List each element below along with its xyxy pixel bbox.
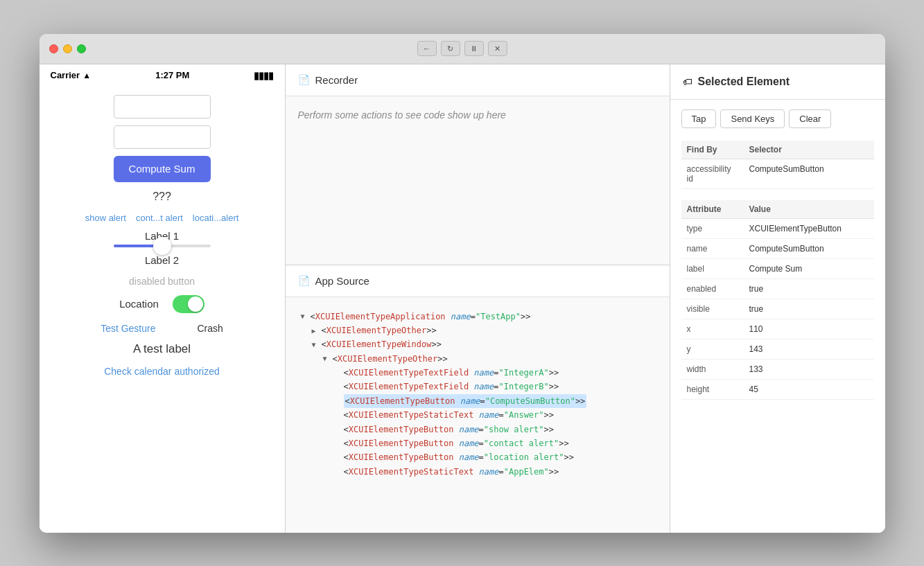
label1-section: Label 1 bbox=[51, 230, 274, 247]
calendar-link[interactable]: Check calendar authorized bbox=[104, 366, 220, 377]
middle-panel: 📄 Recorder Perform some actions to see c… bbox=[286, 64, 670, 533]
tree-node-content: <XCUIElementTypeButton name="contact ale… bbox=[344, 436, 569, 450]
recorder-icon: 📄 bbox=[298, 74, 310, 85]
attribute-row: y143 bbox=[681, 339, 874, 359]
maximize-traffic-light[interactable] bbox=[77, 44, 86, 53]
alert-links: show alert cont...t alert locati...alert bbox=[85, 213, 239, 223]
tree-line[interactable]: ▶<XCUIElementTypeOther>> bbox=[298, 324, 657, 337]
find-by-row: accessibility idComputeSumButton bbox=[681, 159, 874, 188]
tree-node-content: <XCUIElementTypeTextField name="IntegerA… bbox=[344, 366, 559, 380]
crash-link[interactable]: Crash bbox=[198, 323, 223, 334]
tree-line[interactable]: <XCUIElementTypeButton name="ComputeSumB… bbox=[298, 394, 657, 408]
attribute-name-cell: visible bbox=[681, 299, 744, 319]
find-by-table: Find By Selector accessibility idCompute… bbox=[681, 141, 874, 189]
battery-icon: ▮▮▮▮ bbox=[254, 70, 273, 81]
gesture-crash-row: Test Gesture Crash bbox=[101, 323, 223, 334]
attribute-value-cell: ComputeSumButton bbox=[744, 238, 874, 258]
location-row: Location bbox=[119, 295, 204, 313]
tree-node-content: <XCUIElementTypeTextField name="IntegerB… bbox=[344, 380, 559, 393]
attribute-col-header: Attribute bbox=[681, 200, 744, 219]
tree-node-content: <XCUIElementTypeOther>> bbox=[322, 324, 437, 337]
tree-line[interactable]: ▼<XCUIElementTypeApplication name="TestA… bbox=[298, 310, 657, 324]
label2-section: Label 2 bbox=[51, 254, 274, 266]
pause-button[interactable]: ⏸ bbox=[464, 41, 484, 56]
tree-line[interactable]: <XCUIElementTypeButton name="contact ale… bbox=[298, 436, 657, 450]
slider1[interactable] bbox=[114, 245, 211, 247]
toggle-thumb bbox=[188, 297, 203, 312]
disabled-button: disabled button bbox=[129, 276, 195, 287]
show-alert-link[interactable]: show alert bbox=[85, 213, 126, 223]
tree-toggle[interactable]: ▶ bbox=[312, 325, 322, 337]
app-source-header: 📄 App Source bbox=[286, 265, 670, 297]
test-gesture-link[interactable]: Test Gesture bbox=[101, 323, 155, 334]
test-label: A test label bbox=[133, 342, 191, 356]
recorder-header: 📄 Recorder bbox=[286, 64, 670, 96]
attribute-value-cell: XCUIElementTypeButton bbox=[744, 218, 874, 238]
selected-element-header: 🏷 Selected Element bbox=[670, 64, 885, 100]
tree-line[interactable]: <XCUIElementTypeTextField name="IntegerB… bbox=[298, 380, 657, 393]
clear-button[interactable]: Clear bbox=[789, 109, 831, 128]
attribute-name-cell: type bbox=[681, 218, 744, 238]
close-traffic-light[interactable] bbox=[49, 44, 58, 53]
refresh-button[interactable]: ↻ bbox=[441, 41, 460, 56]
tree-line[interactable]: <XCUIElementTypeButton name="location al… bbox=[298, 450, 657, 464]
attribute-value-cell: true bbox=[744, 299, 874, 319]
status-left: Carrier ▲ bbox=[51, 70, 91, 80]
titlebar: ← ↻ ⏸ ✕ bbox=[40, 34, 885, 64]
tree-line[interactable]: ▼<XCUIElementTypeWindow>> bbox=[298, 337, 657, 351]
tree-node-content: <XCUIElementTypeOther>> bbox=[333, 352, 448, 366]
attribute-row: enabledtrue bbox=[681, 278, 874, 299]
label2-text: Label 2 bbox=[145, 254, 179, 266]
selector-col-header: Selector bbox=[744, 141, 874, 159]
attribute-value-cell: 45 bbox=[744, 379, 874, 399]
app-source-body[interactable]: ▼<XCUIElementTypeApplication name="TestA… bbox=[286, 297, 670, 533]
right-body: Tap Send Keys Clear Find By Selector acc… bbox=[670, 100, 885, 533]
answer-label: ??? bbox=[152, 191, 171, 203]
back-button[interactable]: ← bbox=[417, 41, 437, 56]
tree-toggle[interactable]: ▼ bbox=[312, 339, 322, 351]
tap-button[interactable]: Tap bbox=[681, 109, 717, 128]
integer-b-input[interactable] bbox=[114, 125, 211, 149]
tree-line[interactable]: <XCUIElementTypeStaticText name="AppElem… bbox=[298, 465, 657, 479]
app-source-title: App Source bbox=[315, 275, 369, 287]
integer-a-input[interactable] bbox=[114, 95, 211, 118]
phone-content: Compute Sum ??? show alert cont...t aler… bbox=[40, 84, 285, 533]
location-label: Location bbox=[119, 298, 159, 310]
close-button[interactable]: ✕ bbox=[488, 41, 507, 56]
attribute-name-cell: enabled bbox=[681, 278, 744, 299]
recorder-body: Perform some actions to see code show up… bbox=[286, 96, 670, 265]
tree-line[interactable]: <XCUIElementTypeStaticText name="Answer"… bbox=[298, 408, 657, 422]
attribute-name-cell: label bbox=[681, 258, 744, 278]
content-area: Carrier ▲ 1:27 PM ▮▮▮▮ Compute Sum ??? s… bbox=[40, 64, 885, 533]
location-toggle[interactable] bbox=[173, 295, 204, 313]
tree-line[interactable]: ▼<XCUIElementTypeOther>> bbox=[298, 352, 657, 366]
tree-line[interactable]: <XCUIElementTypeButton name="show alert"… bbox=[298, 423, 657, 436]
tree-node-content: <XCUIElementTypeButton name="location al… bbox=[344, 450, 574, 464]
attribute-row: width133 bbox=[681, 359, 874, 379]
slider1-thumb[interactable] bbox=[153, 237, 171, 255]
compute-sum-button[interactable]: Compute Sum bbox=[114, 156, 211, 182]
attribute-value-cell: 143 bbox=[744, 339, 874, 359]
contact-alert-link[interactable]: cont...t alert bbox=[136, 213, 183, 223]
battery-indicator: ▮▮▮▮ bbox=[254, 70, 273, 81]
minimize-traffic-light[interactable] bbox=[63, 44, 72, 53]
attribute-row: labelCompute Sum bbox=[681, 258, 874, 278]
attribute-name-cell: height bbox=[681, 379, 744, 399]
tree-line[interactable]: <XCUIElementTypeTextField name="IntegerA… bbox=[298, 366, 657, 380]
app-source-section: 📄 App Source ▼<XCUIElementTypeApplicatio… bbox=[286, 265, 670, 533]
tree-toggle[interactable]: ▼ bbox=[301, 310, 311, 322]
tree-node-content: <XCUIElementTypeButton name="show alert"… bbox=[344, 423, 554, 436]
location-alert-link[interactable]: locati...alert bbox=[193, 213, 238, 223]
time-label: 1:27 PM bbox=[155, 70, 189, 80]
attribute-name-cell: width bbox=[681, 359, 744, 379]
attribute-value-cell: true bbox=[744, 278, 874, 299]
value-col-header: Value bbox=[744, 200, 874, 219]
titlebar-controls: ← ↻ ⏸ ✕ bbox=[417, 41, 507, 56]
tree-node-content: <XCUIElementTypeStaticText name="AppElem… bbox=[344, 465, 559, 479]
action-buttons: Tap Send Keys Clear bbox=[681, 109, 874, 128]
tree-toggle[interactable]: ▼ bbox=[323, 353, 333, 364]
selector-cell: ComputeSumButton bbox=[744, 159, 874, 188]
right-panel: 🏷 Selected Element Tap Send Keys Clear F… bbox=[670, 64, 885, 533]
recorder-title: Recorder bbox=[315, 74, 358, 86]
send-keys-button[interactable]: Send Keys bbox=[720, 109, 785, 128]
